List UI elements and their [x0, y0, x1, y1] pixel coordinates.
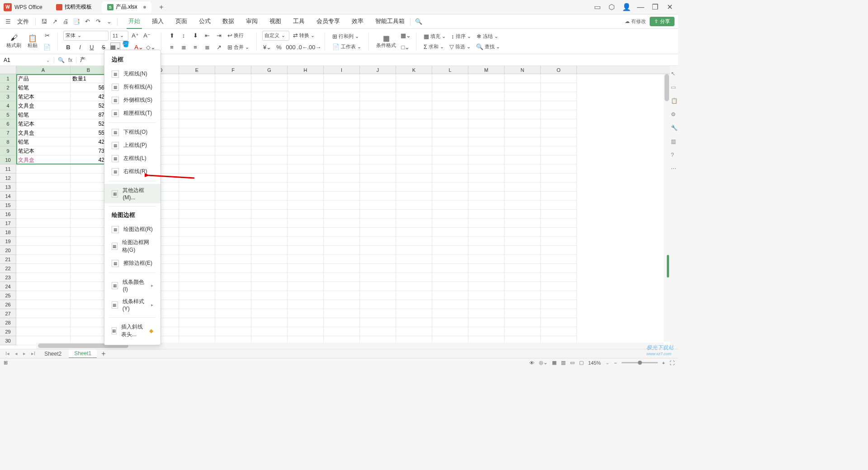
align-justify-icon[interactable]: ≣ [202, 42, 212, 52]
sheet-prev-button[interactable]: ◂ [13, 351, 19, 357]
cell[interactable] [179, 300, 215, 309]
cell[interactable] [324, 128, 360, 137]
cell[interactable] [541, 110, 577, 119]
cell[interactable] [324, 101, 360, 110]
cell[interactable] [432, 155, 468, 164]
cell[interactable] [468, 164, 505, 174]
rows-cols-button[interactable]: ⊞行和列⌄ [330, 32, 363, 41]
cell[interactable] [360, 237, 396, 246]
row-header-3[interactable]: 3 [0, 92, 16, 101]
cell[interactable] [71, 264, 107, 273]
merge-button[interactable]: ⊞合并⌄ [226, 43, 251, 52]
cell[interactable] [288, 83, 324, 92]
cell[interactable] [541, 255, 577, 264]
cell[interactable]: 铅笔 [16, 137, 71, 146]
cell[interactable] [16, 219, 71, 228]
cell[interactable] [215, 83, 251, 92]
menu-item[interactable]: ▦右框线(R) [104, 165, 160, 178]
cell[interactable] [215, 101, 251, 110]
cell-style-icon[interactable]: □⌄ [401, 42, 410, 52]
new-tab-button[interactable]: + [156, 3, 167, 11]
align-middle-icon[interactable]: ↕ [179, 31, 189, 41]
cell[interactable] [251, 119, 288, 128]
cell[interactable] [468, 228, 505, 237]
view-pagebreak-icon[interactable]: ▭ [570, 360, 575, 366]
cell[interactable] [396, 273, 432, 282]
cell[interactable]: 73 [71, 146, 107, 155]
cell[interactable] [16, 201, 71, 210]
cell[interactable] [360, 210, 396, 219]
cell[interactable] [179, 237, 215, 246]
row-header-2[interactable]: 2 [0, 83, 16, 92]
cell[interactable] [215, 92, 251, 101]
cell[interactable]: 文具盒 [16, 128, 71, 137]
cell[interactable] [505, 237, 541, 246]
cell[interactable] [360, 255, 396, 264]
decimal-inc-icon[interactable]: .00→ [309, 42, 319, 52]
cell[interactable] [71, 219, 107, 228]
row-header-28[interactable]: 28 [0, 318, 16, 327]
tab-page[interactable]: 页面 [174, 14, 189, 29]
menu-item[interactable]: ▦擦除边框(E) [104, 257, 160, 270]
cell[interactable] [468, 237, 505, 246]
cell[interactable] [505, 174, 541, 183]
cell[interactable] [324, 273, 360, 282]
cell[interactable] [505, 74, 541, 83]
redo-icon[interactable]: ↷ [94, 17, 103, 26]
cell[interactable] [71, 282, 107, 291]
cell[interactable] [541, 246, 577, 255]
row-header-4[interactable]: 4 [0, 101, 16, 110]
cell[interactable] [360, 309, 396, 318]
cell[interactable] [541, 219, 577, 228]
cell[interactable] [215, 174, 251, 183]
row-header-25[interactable]: 25 [0, 291, 16, 300]
cursor-icon[interactable]: ↖ [671, 70, 677, 77]
cell[interactable] [251, 282, 288, 291]
cell[interactable] [432, 318, 468, 327]
cell[interactable] [541, 183, 577, 192]
cell[interactable] [251, 309, 288, 318]
cell[interactable] [396, 164, 432, 174]
cell[interactable] [215, 291, 251, 300]
cell[interactable] [16, 210, 71, 219]
cell[interactable] [179, 101, 215, 110]
cell[interactable] [432, 74, 468, 83]
vertical-scrollbar[interactable] [664, 74, 670, 342]
decrease-font-icon[interactable]: A⁻ [142, 31, 152, 41]
cell[interactable] [396, 291, 432, 300]
cell[interactable] [71, 309, 107, 318]
cell[interactable] [288, 246, 324, 255]
row-header-7[interactable]: 7 [0, 128, 16, 137]
cell[interactable] [396, 101, 432, 110]
align-top-icon[interactable]: ⬆ [167, 31, 177, 41]
tab-insert[interactable]: 插入 [150, 14, 165, 29]
cell[interactable] [179, 83, 215, 92]
cell[interactable] [71, 291, 107, 300]
cell[interactable] [505, 309, 541, 318]
cell[interactable] [71, 327, 107, 336]
zoom-slider[interactable] [622, 362, 658, 363]
cell[interactable] [215, 210, 251, 219]
cell[interactable] [396, 228, 432, 237]
row-header-29[interactable]: 29 [0, 327, 16, 336]
cell[interactable] [251, 210, 288, 219]
sheet-last-button[interactable]: ▸I [29, 351, 37, 357]
cell[interactable] [16, 291, 71, 300]
view-normal-icon[interactable]: ▦ [552, 360, 557, 366]
cell[interactable] [251, 318, 288, 327]
cell[interactable] [288, 92, 324, 101]
cell[interactable] [16, 255, 71, 264]
cell[interactable] [432, 137, 468, 146]
menu-item[interactable]: ▦其他边框(M)... [104, 184, 160, 203]
cell[interactable] [215, 228, 251, 237]
freeze-button[interactable]: ❄冻结⌄ [475, 32, 500, 41]
user-avatar-icon[interactable]: 👤 [622, 3, 630, 11]
view-circle-icon[interactable]: ◎⌄ [539, 360, 547, 366]
cell[interactable] [505, 219, 541, 228]
cell[interactable] [468, 137, 505, 146]
view-page-icon[interactable]: ▥ [561, 360, 566, 366]
cell[interactable] [324, 92, 360, 101]
cell[interactable] [541, 309, 577, 318]
cell[interactable] [179, 183, 215, 192]
sheet-first-button[interactable]: I◂ [4, 351, 11, 357]
